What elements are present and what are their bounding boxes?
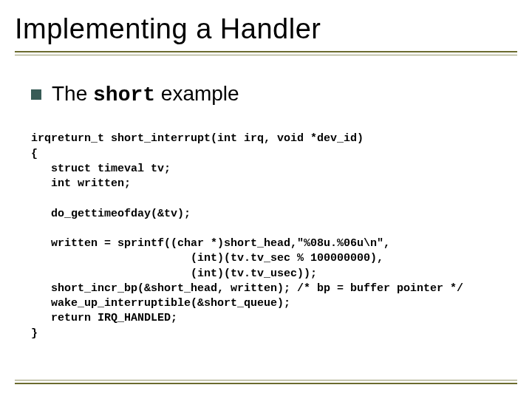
bullet-prefix: The	[52, 82, 93, 105]
code-line: {	[31, 148, 38, 160]
bullet-marker-icon	[31, 89, 41, 100]
code-line: short_incr_bp(&short_head, written); /* …	[31, 282, 463, 295]
code-line: }	[31, 327, 38, 340]
bullet-item: The short example	[31, 82, 501, 106]
code-line: struct timeval tv;	[31, 163, 171, 175]
slide: Implementing a Handler The short example…	[0, 0, 532, 399]
code-line: int written;	[31, 177, 131, 190]
code-line: (int)(tv.tv_usec));	[31, 267, 317, 280]
code-line: written = sprintf((char *)short_head,"%0…	[31, 237, 390, 250]
code-line: return IRQ_HANDLED;	[31, 312, 177, 324]
code-line: (int)(tv.tv_sec % 100000000),	[31, 252, 383, 265]
slide-title: Implementing a Handler	[15, 13, 517, 50]
slide-body: The short example irqreturn_t short_inte…	[0, 58, 532, 356]
bullet-suffix: example	[155, 82, 239, 105]
code-line: irqreturn_t short_interrupt(int irq, voi…	[31, 132, 364, 145]
code-block: irqreturn_t short_interrupt(int irq, voi…	[31, 117, 501, 356]
code-line: wake_up_interruptible(&short_queue);	[31, 297, 290, 310]
bullet-text: The short example	[52, 82, 239, 106]
title-area: Implementing a Handler	[0, 0, 532, 58]
bullet-mono: short	[93, 83, 155, 106]
title-divider	[15, 51, 517, 58]
footer-divider	[15, 380, 517, 387]
code-line: do_gettimeofday(&tv);	[31, 208, 191, 220]
